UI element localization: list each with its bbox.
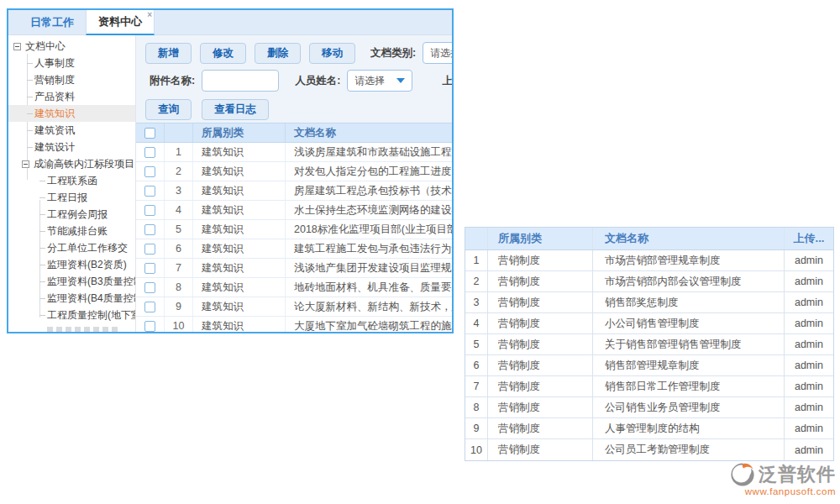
row-docname: 2018标准化监理项目部(业主项目部)人员... <box>286 220 452 239</box>
tree-item[interactable]: 产品资料 <box>8 88 135 105</box>
table-row[interactable]: 7 建筑知识 浅谈地产集团开发建设项目监理规划编... <box>136 259 452 278</box>
tab-daily-work[interactable]: 日常工作 <box>18 10 86 35</box>
table-row[interactable]: 6 营销制度 销售部管理规章制度 admin <box>465 355 833 376</box>
document-table-body: 1 建筑知识 浅谈房屋建筑和市政基础设施工程施工... 2 建筑知识 对发包人指… <box>136 143 452 332</box>
query-button[interactable]: 查询 <box>145 99 192 120</box>
tree-item[interactable]: 工程质量控制(地下室) <box>8 307 135 323</box>
table-row[interactable]: 3 建筑知识 房屋建筑工程总承包投标书（技术标）... <box>136 181 452 201</box>
tree-item[interactable]: 人事制度 <box>8 55 135 71</box>
row-docname: 建筑工程施工发包与承包违法行为认定... <box>286 239 452 258</box>
tree-item[interactable]: 工程联系函 <box>8 172 135 189</box>
row-category: 建筑知识 <box>193 220 286 239</box>
row-checkbox[interactable] <box>144 321 155 332</box>
row-docname: 销售部日常工作管理制度 <box>593 376 785 396</box>
tree-item[interactable]: 监理资料(B3质量控制) <box>8 273 135 290</box>
tree-item-label: 建筑知识 <box>34 108 75 119</box>
select-all-checkbox[interactable] <box>144 128 155 139</box>
row-checkbox[interactable] <box>144 263 155 274</box>
row-category: 建筑知识 <box>193 297 286 316</box>
tree-item[interactable]: 监理资料(B2资质) <box>8 256 135 273</box>
row-number: 8 <box>165 278 193 297</box>
attachment-name-input[interactable] <box>202 70 279 92</box>
tree-item[interactable]: 工程例会周报 <box>8 206 135 223</box>
table-row[interactable]: 4 建筑知识 水土保持生态环境监测网络的建设与资... <box>136 201 452 220</box>
tree-item-label: 工程例会周报 <box>47 208 108 220</box>
row-docname: 销售部奖惩制度 <box>593 292 785 312</box>
table-row[interactable]: 5 建筑知识 2018标准化监理项目部(业主项目部)人员... <box>136 220 452 239</box>
row-category: 营销制度 <box>488 271 593 291</box>
row-uploader: admin <box>785 292 833 312</box>
tree-item[interactable]: 监理资料(B4质量控制) <box>8 290 135 307</box>
row-number: 6 <box>465 355 488 375</box>
row-checkbox-cell <box>136 317 165 332</box>
table-row[interactable]: 10 营销制度 公司员工考勤管理制度 admin <box>465 439 833 460</box>
table-row[interactable]: 5 营销制度 关于销售部管理销售管理制度 admin <box>465 334 833 355</box>
row-checkbox[interactable] <box>144 282 155 293</box>
doc-category-select[interactable]: 请选择 <box>423 42 452 64</box>
row-checkbox[interactable] <box>144 244 155 255</box>
row-checkbox[interactable] <box>144 166 155 177</box>
table-row[interactable]: 10 建筑知识 大厦地下室加气砼墙砌筑工程的施工方... <box>136 317 452 332</box>
table-row[interactable]: 9 营销制度 人事管理制度的结构 admin <box>465 418 833 439</box>
row-checkbox[interactable] <box>144 186 155 197</box>
row-checkbox-cell <box>136 143 165 161</box>
tree-item[interactable]: 分工单位工作移交 <box>8 239 135 256</box>
table-row[interactable]: 1 建筑知识 浅谈房屋建筑和市政基础设施工程施工... <box>136 143 452 162</box>
row-checkbox[interactable] <box>144 205 155 216</box>
row-number: 2 <box>465 271 488 291</box>
row-category: 营销制度 <box>488 334 593 354</box>
table-row[interactable]: 2 营销制度 市场营销部内部会议管理制度 admin <box>465 271 833 292</box>
tree-item[interactable]: 建筑知识 <box>8 105 135 122</box>
tree-item-label: 工程联系函 <box>47 175 97 186</box>
row-number: 1 <box>165 143 193 161</box>
tree-item[interactable]: 节能减排台账 <box>8 223 135 239</box>
tree-node-project[interactable]: 成渝高铁内江标段项目 <box>8 155 135 172</box>
header-uploader: 上传... <box>785 228 833 249</box>
edit-button[interactable]: 修改 <box>200 43 246 64</box>
row-uploader: admin <box>785 334 833 354</box>
tree-node-document-center[interactable]: 文档中心 <box>8 38 135 55</box>
row-category: 建筑知识 <box>193 143 286 161</box>
collapse-icon[interactable] <box>13 43 21 50</box>
row-checkbox[interactable] <box>144 147 155 158</box>
tree-item[interactable]: 营销制度 <box>8 71 135 88</box>
row-uploader: admin <box>785 250 833 270</box>
document-tree: 文档中心 人事制度 营销制度 产品资料 建筑知识 建筑资讯 建筑设计 成渝高铁内… <box>8 35 136 332</box>
chevron-down-icon <box>396 78 405 83</box>
table-row[interactable]: 1 营销制度 市场营销部管理规章制度 admin <box>465 250 833 271</box>
tree-item-label: 工程日报 <box>47 192 87 203</box>
tab-data-center[interactable]: 资料中心 × <box>86 10 155 35</box>
table-row[interactable]: 3 营销制度 销售部奖惩制度 admin <box>465 292 833 313</box>
person-name-select[interactable]: 请选择 <box>347 70 412 92</box>
table-row[interactable]: 4 营销制度 小公司销售管理制度 admin <box>465 313 833 334</box>
marketing-table-header: 所属别类 文档名称 上传... <box>465 228 833 250</box>
table-row[interactable]: 2 建筑知识 对发包人指定分包的工程施工进度安排... <box>136 162 452 181</box>
tree-item-label: 营销制度 <box>34 74 75 86</box>
delete-button[interactable]: 删除 <box>255 43 301 64</box>
tree-item-label: 监理资料(B4质量控制) <box>47 292 136 304</box>
action-row: 查询 查看日志 <box>145 99 279 120</box>
table-row[interactable]: 8 营销制度 公司销售业务员管理制度 admin <box>465 397 833 418</box>
collapse-icon[interactable] <box>22 160 29 168</box>
row-checkbox[interactable] <box>144 302 155 312</box>
table-row[interactable]: 7 营销制度 销售部日常工作管理制度 admin <box>465 376 833 397</box>
view-log-button[interactable]: 查看日志 <box>202 99 269 120</box>
table-row[interactable]: 8 建筑知识 地砖地面材料、机具准备、质量要求及... <box>136 278 452 297</box>
add-button[interactable]: 新增 <box>145 43 192 64</box>
row-number: 4 <box>465 313 488 333</box>
table-row[interactable]: 6 建筑知识 建筑工程施工发包与承包违法行为认定... <box>136 239 452 259</box>
row-checkbox[interactable] <box>144 224 155 235</box>
table-row[interactable]: 9 建筑知识 论大厦新材料、新结构、新技术，新工... <box>136 297 452 317</box>
tree-item[interactable]: 建筑资讯 <box>8 122 135 139</box>
row-uploader: admin <box>785 376 833 396</box>
header-number-cell <box>165 123 193 142</box>
row-checkbox-cell <box>136 220 165 239</box>
row-number: 10 <box>465 439 488 460</box>
tree-item[interactable]: 工程日报 <box>8 189 135 206</box>
tree-item[interactable]: 建筑设计 <box>8 139 135 155</box>
move-button[interactable]: 移动 <box>309 43 355 64</box>
header-docname: 文档名称 <box>286 123 452 142</box>
row-category: 建筑知识 <box>193 259 286 277</box>
tree-root-label: 文档中心 <box>25 38 66 55</box>
close-icon[interactable]: × <box>147 11 152 19</box>
